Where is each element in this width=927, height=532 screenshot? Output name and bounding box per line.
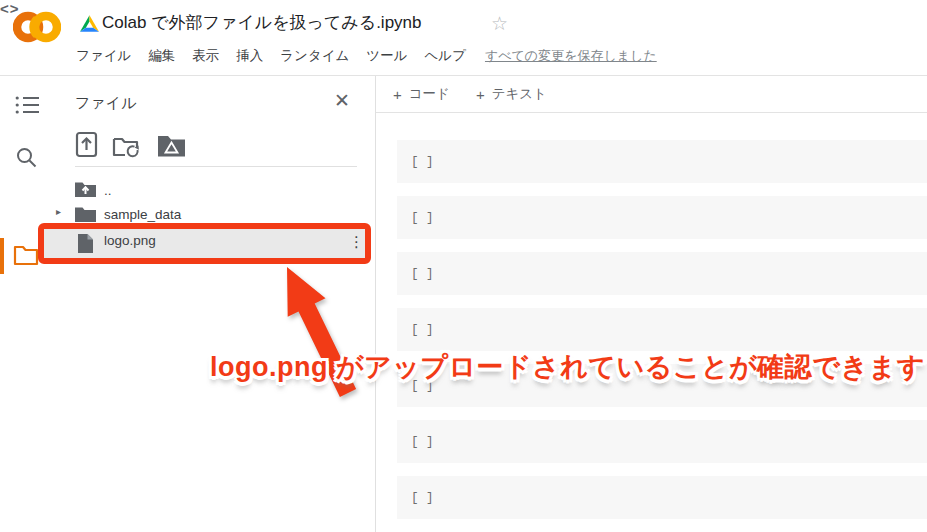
panel-divider [375, 76, 376, 532]
expand-caret-icon[interactable]: ▸ [56, 206, 61, 217]
close-icon[interactable]: ✕ [334, 89, 350, 112]
save-status-link[interactable]: すべての変更を保存しました [485, 47, 657, 65]
menu-insert[interactable]: 挿入 [236, 47, 263, 65]
notebook-title[interactable]: Colab で外部ファイルを扱ってみる.ipynb [102, 11, 422, 34]
add-code-label: コード [409, 85, 450, 103]
code-cell[interactable]: [ ] [397, 308, 927, 351]
tree-item-sample-data[interactable]: sample_data [104, 207, 181, 222]
tree-item-logo-png[interactable]: logo.png [104, 233, 156, 248]
parent-folder-up-icon [75, 181, 96, 197]
star-icon[interactable]: ☆ [491, 12, 508, 35]
file-panel-title: ファイル [75, 94, 136, 113]
menu-runtime[interactable]: ランタイム [280, 47, 349, 65]
notebook-cells: [ ] [ ] [ ] [ ] [ ] [ ] [ ] [397, 140, 927, 532]
colab-logo-icon[interactable] [13, 9, 61, 45]
menu-bar: ファイル 編集 表示 挿入 ランタイム ツール ヘルプ すべての変更を保存しまし… [76, 47, 657, 65]
add-text-button[interactable]: + テキスト [476, 85, 547, 103]
code-cell[interactable]: [ ] [397, 140, 927, 183]
menu-tools[interactable]: ツール [366, 47, 407, 65]
menu-edit[interactable]: 編集 [148, 47, 175, 65]
cell-run-bracket[interactable]: [ ] [411, 323, 434, 337]
main-divider [376, 112, 927, 113]
kebab-menu-icon[interactable]: ⋮ [349, 234, 364, 249]
menu-view[interactable]: 表示 [192, 47, 219, 65]
upload-file-icon[interactable] [75, 131, 98, 158]
code-cell[interactable]: [ ] [397, 420, 927, 463]
add-text-label: テキスト [492, 85, 547, 103]
colab-window: Colab で外部ファイルを扱ってみる.ipynb ☆ ファイル 編集 表示 挿… [0, 0, 927, 532]
cell-run-bracket[interactable]: [ ] [411, 267, 434, 281]
menu-file[interactable]: ファイル [76, 47, 131, 65]
code-cell[interactable]: [ ] [397, 364, 927, 407]
refresh-folder-icon[interactable] [112, 134, 141, 159]
plus-icon: + [393, 86, 402, 103]
plus-icon: + [476, 86, 485, 103]
code-cell[interactable]: [ ] [397, 196, 927, 239]
cell-run-bracket[interactable]: [ ] [411, 211, 434, 225]
cell-toolbar: + コード + テキスト [393, 85, 547, 103]
header-divider [0, 75, 927, 76]
search-icon[interactable] [16, 147, 37, 168]
files-tab-folder-icon[interactable] [13, 243, 39, 266]
table-of-contents-icon[interactable] [15, 94, 39, 116]
annotation-arrow-icon [268, 258, 368, 400]
active-tab-indicator [0, 238, 4, 274]
code-cell[interactable]: [ ] [397, 252, 927, 295]
mount-drive-icon[interactable] [157, 134, 186, 157]
menu-help[interactable]: ヘルプ [425, 47, 466, 65]
cell-run-bracket[interactable]: [ ] [411, 491, 434, 505]
toolbar-divider [75, 166, 357, 167]
google-drive-icon [80, 15, 99, 32]
folder-icon [75, 206, 96, 222]
code-cell[interactable]: [ ] [397, 476, 927, 519]
add-code-button[interactable]: + コード [393, 85, 450, 103]
cell-run-bracket[interactable]: [ ] [411, 379, 434, 393]
cell-run-bracket[interactable]: [ ] [411, 435, 434, 449]
cell-run-bracket[interactable]: [ ] [411, 155, 434, 169]
file-icon [78, 234, 93, 253]
tree-item-parent[interactable]: .. [104, 183, 112, 198]
